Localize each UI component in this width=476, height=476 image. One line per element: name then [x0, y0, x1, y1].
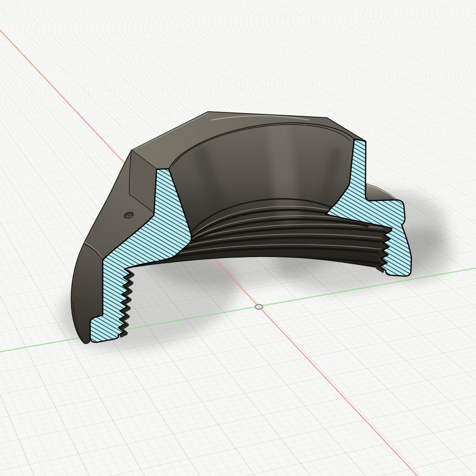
model-threaded-cap[interactable]	[71, 112, 411, 344]
origin-marker[interactable]	[255, 304, 263, 309]
scene-overlay	[0, 0, 476, 476]
cad-viewport[interactable]	[0, 0, 476, 476]
